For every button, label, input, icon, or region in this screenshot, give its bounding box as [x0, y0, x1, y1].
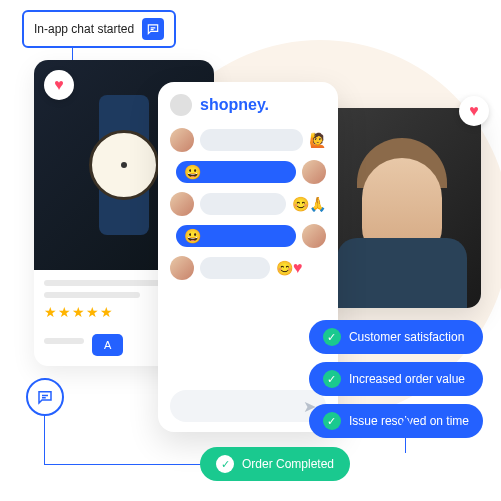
check-icon: ✓ — [216, 455, 234, 473]
in-app-chat-tag: In-app chat started — [22, 10, 176, 48]
message-row: 🙋 — [170, 128, 326, 152]
pill-label: Customer satisfaction — [349, 330, 464, 344]
chat-header: shopney. — [170, 94, 326, 116]
connector-line — [44, 416, 45, 464]
avatar — [170, 94, 192, 116]
user-message: 😀 — [176, 161, 296, 183]
benefit-pill: ✓ Issue resolved on time — [309, 404, 483, 438]
favorite-button[interactable]: ♥ — [459, 96, 489, 126]
benefit-pill: ✓ Customer satisfaction — [309, 320, 483, 354]
tag-label: In-app chat started — [34, 22, 134, 36]
heart-icon: ♥ — [54, 76, 64, 94]
emoji-icon: 🙋 — [309, 132, 326, 148]
order-completed-pill: ✓ Order Completed — [200, 447, 350, 481]
user-avatar — [302, 224, 326, 248]
brand-logo: shopney. — [200, 96, 269, 114]
heart-icon: ♥ — [469, 102, 479, 120]
watch-illustration — [79, 95, 169, 235]
order-label: Order Completed — [242, 457, 334, 471]
arrow-up-icon — [400, 407, 412, 419]
emoji-icon: 😊🙏 — [292, 196, 326, 212]
agent-avatar — [170, 256, 194, 280]
connector-line — [44, 464, 202, 465]
agent-avatar — [170, 192, 194, 216]
message-row: 😀 — [170, 224, 326, 248]
message-row: 😊🙏 — [170, 192, 326, 216]
emoji-icon: 😊♥ — [276, 259, 303, 277]
person-image — [323, 108, 481, 308]
add-button[interactable]: A — [92, 334, 123, 356]
message-row: 😊♥ — [170, 256, 326, 280]
person-card — [323, 108, 481, 308]
user-message: 😀 — [176, 225, 296, 247]
agent-avatar — [170, 128, 194, 152]
agent-message — [200, 129, 303, 151]
favorite-button[interactable]: ♥ — [44, 70, 74, 100]
pill-label: Increased order value — [349, 372, 465, 386]
message-row: 😀 — [170, 160, 326, 184]
chat-bubble-badge[interactable] — [26, 378, 64, 416]
chat-icon — [142, 18, 164, 40]
benefit-pill: ✓ Increased order value — [309, 362, 483, 396]
check-icon: ✓ — [323, 328, 341, 346]
benefit-pills: ✓ Customer satisfaction ✓ Increased orde… — [309, 320, 483, 438]
chat-input[interactable]: ➤ — [170, 390, 326, 422]
agent-message — [200, 257, 270, 279]
check-icon: ✓ — [323, 370, 341, 388]
agent-message — [200, 193, 286, 215]
user-avatar — [302, 160, 326, 184]
check-icon: ✓ — [323, 412, 341, 430]
